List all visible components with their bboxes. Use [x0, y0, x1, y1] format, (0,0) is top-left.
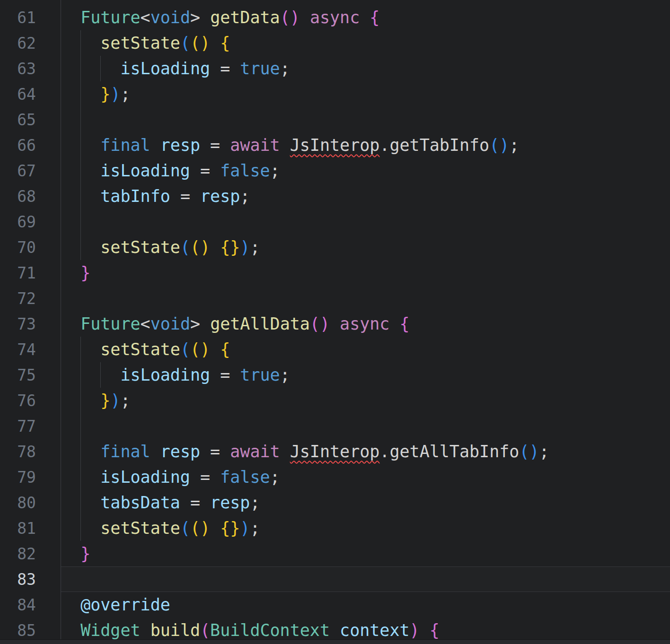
code-line[interactable]: 81 setState(() {}); [0, 515, 670, 541]
code-token: = [220, 366, 230, 384]
code-token [61, 468, 100, 487]
code-token: ) [110, 391, 120, 410]
code-text: }); [36, 85, 131, 104]
code-token: = [210, 442, 220, 461]
code-token: tabInfo [100, 187, 170, 206]
code-line[interactable]: 76 }); [0, 388, 670, 413]
code-token: true [240, 59, 280, 78]
line-number[interactable]: 62 [0, 34, 36, 52]
line-number[interactable]: 73 [0, 315, 36, 333]
code-text: tabInfo = resp; [36, 187, 250, 206]
code-line[interactable]: 64 }); [0, 81, 670, 107]
code-token: final [100, 442, 150, 461]
line-number[interactable]: 69 [0, 213, 36, 231]
code-line[interactable]: 78 final resp = await JsInterop.getAllTa… [0, 439, 670, 464]
line-number[interactable]: 83 [0, 570, 36, 589]
code-token: } [80, 544, 90, 563]
code-token: resp [210, 493, 250, 512]
code-token: false [220, 468, 270, 487]
line-number[interactable]: 85 [0, 621, 36, 640]
code-line[interactable]: 73 Future<void> getAllData() async { [0, 311, 670, 337]
code-token: = [210, 136, 220, 155]
code-token: ) [320, 314, 330, 333]
code-line[interactable]: 72 [0, 286, 670, 311]
code-token [330, 621, 340, 640]
code-line[interactable]: 83 [0, 566, 670, 592]
code-token [61, 366, 120, 384]
code-line[interactable]: 75 isLoading = true; [0, 362, 670, 388]
line-number[interactable]: 71 [0, 264, 36, 282]
line-number[interactable]: 63 [0, 60, 36, 78]
code-line[interactable]: 70 setState(() {}); [0, 235, 670, 260]
line-number[interactable]: 72 [0, 289, 36, 308]
code-line[interactable]: 68 tabInfo = resp; [0, 183, 670, 209]
line-number[interactable]: 80 [0, 494, 36, 512]
line-number[interactable]: 65 [0, 111, 36, 129]
line-number[interactable]: 68 [0, 187, 36, 206]
code-token: } [230, 238, 240, 257]
code-line[interactable]: 61 Future<void> getData() async { [0, 5, 670, 30]
code-token [230, 366, 240, 384]
code-text: tabsData = resp; [36, 493, 260, 512]
line-number[interactable]: 64 [0, 85, 36, 104]
line-number[interactable]: 81 [0, 519, 36, 538]
code-token [61, 314, 80, 333]
line-number[interactable]: 79 [0, 468, 36, 487]
code-token: isLoading [100, 468, 190, 487]
line-number[interactable]: 75 [0, 366, 36, 384]
code-text: isLoading = true; [36, 59, 290, 78]
code-line[interactable]: 71 } [0, 260, 670, 286]
current-line-highlight [61, 566, 670, 592]
code-text: isLoading = true; [36, 366, 290, 384]
code-token [200, 493, 210, 512]
code-line[interactable]: 82 } [0, 541, 670, 566]
code-line[interactable]: 80 tabsData = resp; [0, 490, 670, 515]
code-token: } [100, 85, 110, 104]
line-number[interactable]: 70 [0, 238, 36, 257]
code-token [61, 8, 80, 27]
code-line[interactable]: 67 isLoading = false; [0, 158, 670, 183]
code-token: ( [280, 8, 290, 27]
code-line[interactable]: 77 [0, 413, 670, 439]
code-line[interactable]: 69 [0, 209, 670, 235]
code-token: { [430, 621, 440, 640]
code-token: ; [250, 519, 260, 538]
code-token: ( [190, 34, 200, 52]
code-token: ; [539, 442, 549, 461]
line-number[interactable]: 76 [0, 392, 36, 410]
code-editor[interactable]: 61 Future<void> getData() async {62 setS… [0, 0, 670, 644]
code-line[interactable]: 66 final resp = await JsInterop.getTabIn… [0, 132, 670, 158]
code-token: build [150, 621, 200, 640]
line-number[interactable]: 67 [0, 162, 36, 180]
line-number[interactable]: 84 [0, 596, 36, 614]
code-token: ) [240, 238, 250, 257]
code-line[interactable]: 74 setState(() { [0, 337, 670, 362]
code-token: ( [180, 238, 190, 257]
code-token: isLoading [120, 59, 210, 78]
line-number[interactable]: 82 [0, 545, 36, 563]
code-token: ) [110, 85, 120, 104]
code-line[interactable]: 84 @override [0, 592, 670, 618]
code-token [150, 136, 160, 155]
code-token [61, 85, 100, 104]
code-line[interactable]: 65 [0, 107, 670, 132]
line-number[interactable]: 61 [0, 9, 36, 27]
line-number[interactable]: 77 [0, 417, 36, 435]
code-token: isLoading [100, 161, 190, 180]
code-token: > [190, 8, 200, 27]
code-token: getTabInfo [389, 136, 489, 155]
code-line[interactable]: 62 setState(() { [0, 30, 670, 56]
line-number[interactable]: 74 [0, 340, 36, 359]
code-text: } [36, 544, 90, 563]
code-text: setState(() {}); [36, 238, 260, 257]
code-line[interactable]: 63 isLoading = true; [0, 56, 670, 81]
line-number[interactable]: 66 [0, 136, 36, 155]
line-number[interactable]: 78 [0, 443, 36, 461]
code-token: ) [529, 442, 539, 461]
code-token: ; [270, 468, 280, 487]
code-line[interactable]: 79 isLoading = false; [0, 464, 670, 490]
code-token: < [141, 314, 150, 333]
code-token: { [220, 34, 230, 52]
code-token: = [200, 468, 210, 487]
code-token: { [220, 340, 230, 359]
